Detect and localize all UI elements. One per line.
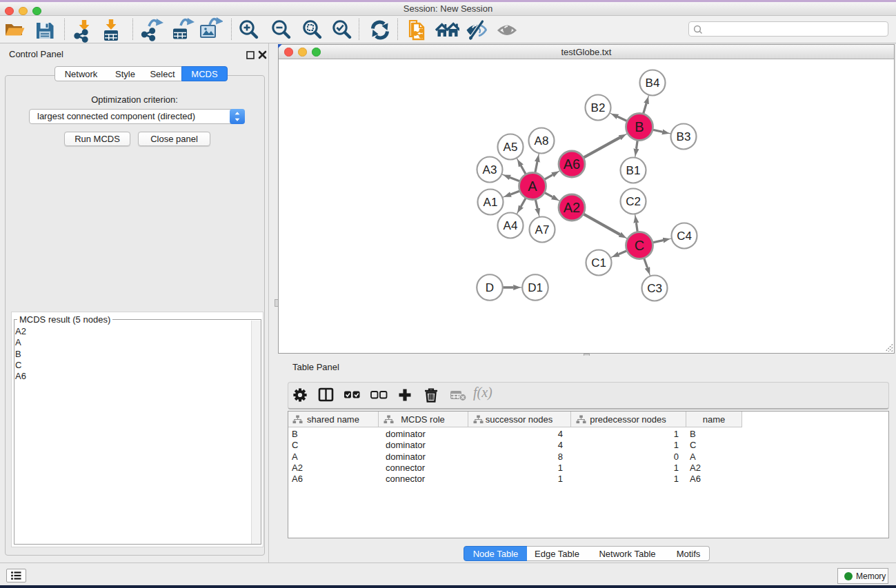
- svg-text:C1: C1: [591, 256, 606, 270]
- svg-text:A4: A4: [504, 219, 518, 232]
- svg-text:C2: C2: [626, 195, 641, 208]
- svg-text:B4: B4: [646, 77, 660, 90]
- svg-text:A5: A5: [504, 141, 518, 154]
- svg-text:A6: A6: [564, 156, 580, 172]
- svg-text:A7: A7: [535, 223, 550, 236]
- svg-text:B2: B2: [591, 101, 606, 114]
- svg-text:D: D: [486, 281, 494, 294]
- svg-text:C: C: [635, 238, 644, 253]
- svg-text:A3: A3: [483, 163, 497, 176]
- svg-text:A1: A1: [484, 196, 498, 209]
- svg-text:A: A: [528, 179, 537, 194]
- svg-text:C3: C3: [647, 282, 662, 295]
- svg-text:D1: D1: [528, 281, 543, 294]
- svg-text:A8: A8: [535, 134, 549, 148]
- svg-text:B1: B1: [626, 164, 641, 177]
- svg-text:C4: C4: [677, 230, 692, 243]
- svg-text:B: B: [635, 119, 644, 134]
- svg-text:B3: B3: [677, 130, 691, 143]
- svg-text:A2: A2: [564, 200, 580, 215]
